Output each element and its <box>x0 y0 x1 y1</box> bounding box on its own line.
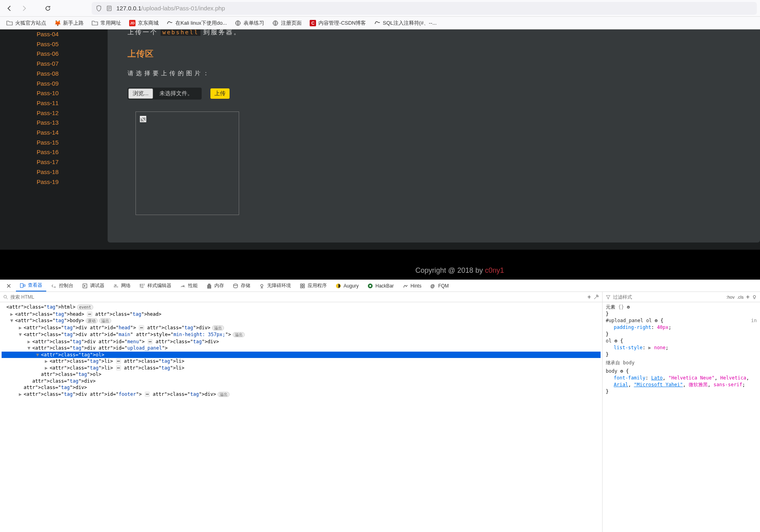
upload-heading: 上传区 <box>128 48 760 59</box>
sidebar-pass-link[interactable]: Pass-08 <box>37 69 61 79</box>
sidebar-pass-link[interactable]: Pass-14 <box>37 128 61 138</box>
sidebar-pass-link[interactable]: Pass-04 <box>37 29 61 39</box>
devtools-inspector-panel: + <attr">class="tag">html>event ▶<attr">… <box>0 292 603 532</box>
devtools-tab-存储[interactable]: 存储 <box>229 280 254 291</box>
html-tree-node[interactable]: attr">class="tag">ol> <box>2 371 601 378</box>
sidebar-pass-link[interactable]: Pass-09 <box>37 79 61 89</box>
devtools-tab-内存[interactable]: 内存 <box>202 280 228 291</box>
tab-icon <box>259 283 265 289</box>
sidebar-pass-link[interactable]: Pass-05 <box>37 39 61 49</box>
html-tree-node[interactable]: ▶<attr">class="tag">div attr">id="head">… <box>2 325 601 332</box>
svg-point-12 <box>234 284 238 286</box>
nav-forward-button[interactable] <box>18 2 30 15</box>
bookmark-item[interactable]: 🦊新手上路 <box>51 18 87 28</box>
tab-icon: {} <box>139 283 145 289</box>
devtools-tabs: 查看器控制台调试器网络{}样式编辑器性能内存存储无障碍环境应用程序AuguryH… <box>0 280 760 292</box>
html-tree-node[interactable]: ▶<attr">class="tag">div attr">id="footer… <box>2 391 601 398</box>
devtools-styles-panel: :hov .cls + 元素 {} ⚙ } #upload_panel ol ⚙… <box>603 292 760 532</box>
devtools-tab-控制台[interactable]: 控制台 <box>47 280 77 291</box>
svg-rect-3 <box>20 284 23 288</box>
tab-icon <box>403 283 408 289</box>
devtools-tab-Augury[interactable]: Augury <box>332 280 363 291</box>
bookmark-item[interactable]: 注册页面 <box>269 18 305 28</box>
file-input[interactable]: 浏览... 未选择文件。 <box>128 88 202 100</box>
bookmark-item[interactable]: 在Kali linux下使用do... <box>163 18 230 28</box>
html-tree-node[interactable]: <attr">class="tag">html>event <box>2 304 601 311</box>
add-icon[interactable]: + <box>587 293 591 301</box>
html-tree-node[interactable]: ▼<attr">class="tag">div attr">id="upload… <box>2 345 601 352</box>
devtools-tab-应用程序[interactable]: 应用程序 <box>296 280 331 291</box>
sidebar-pass-link[interactable]: Pass-07 <box>37 59 61 69</box>
filter-icon <box>606 295 611 299</box>
kali-icon <box>374 20 381 26</box>
tab-icon <box>51 283 57 289</box>
upload-button[interactable]: 上传 <box>210 88 230 99</box>
html-tree-node[interactable]: attr">class="tag">div> <box>2 384 601 391</box>
sidebar-pass-link[interactable]: Pass-15 <box>37 138 61 148</box>
globe-icon <box>272 20 279 26</box>
html-tree-node[interactable]: ▼<attr">class="tag">div attr">id="main" … <box>2 331 601 338</box>
sidebar-pass-link[interactable]: Pass-06 <box>37 49 61 59</box>
sidebar-pass-link[interactable]: Pass-11 <box>37 98 61 108</box>
sidebar-pass-link[interactable]: Pass-12 <box>37 108 61 118</box>
devtools-tab-FQM[interactable]: @FQM <box>426 280 453 291</box>
upload-prompt: 请选择要上传的图片： <box>128 70 760 77</box>
bookmark-item[interactable]: SQL注入注释符(#、--... <box>371 18 440 28</box>
html-tree-node[interactable]: ▼<attr">class="tag">ol> <box>2 352 601 358</box>
sidebar-pass-link[interactable]: Pass-19 <box>37 177 61 187</box>
svg-rect-17 <box>303 286 304 288</box>
svg-text:{: { <box>140 283 141 286</box>
devtools-tab-网络[interactable]: 网络 <box>109 280 135 291</box>
devtools-tab-调试器[interactable]: 调试器 <box>78 280 108 291</box>
devtools-tab-样式编辑器[interactable]: {}样式编辑器 <box>136 280 175 291</box>
html-tree[interactable]: <attr">class="tag">html>event ▶<attr">cl… <box>0 302 602 532</box>
styles-filter-input[interactable] <box>613 294 724 300</box>
bookmark-item[interactable]: JD京东商城 <box>126 18 162 28</box>
browse-button[interactable]: 浏览... <box>128 88 153 99</box>
broken-image-icon <box>140 116 146 122</box>
sidebar-pass-link[interactable]: Pass-13 <box>37 118 61 128</box>
main-panel: 上传一个 webshell 到服务器。 上传区 请选择要上传的图片： 浏览...… <box>108 29 760 243</box>
nav-reload-button[interactable] <box>41 2 54 15</box>
devtools-tab-无障碍环境[interactable]: 无障碍环境 <box>255 280 295 291</box>
bookmark-item[interactable]: 火狐官方站点 <box>3 18 49 28</box>
svg-point-13 <box>261 284 263 287</box>
svg-rect-15 <box>303 284 304 286</box>
hov-toggle[interactable]: :hov <box>726 295 734 299</box>
devtools-tab-性能[interactable]: 性能 <box>176 280 202 291</box>
devtools-tab-Hints[interactable]: Hints <box>399 280 425 291</box>
eyedropper-icon[interactable] <box>593 294 599 300</box>
devtools-tab-HackBar[interactable]: HackBar <box>363 280 398 291</box>
sidebar-pass-link[interactable]: Pass-17 <box>37 157 61 167</box>
devtools-tab-查看器[interactable]: 查看器 <box>16 280 46 291</box>
add-rule-icon[interactable]: + <box>746 293 750 301</box>
svg-rect-8 <box>208 284 210 285</box>
html-tree-node[interactable]: ▶<attr">class="tag">div attr">id="menu">… <box>2 338 601 345</box>
styles-rules[interactable]: 元素 {} ⚙ } #upload_panel ol ⚙ {in padding… <box>603 302 760 532</box>
bookmark-item[interactable]: 常用网址 <box>88 18 124 28</box>
nav-back-button[interactable] <box>3 2 16 15</box>
page-content: Pass-04Pass-05Pass-06Pass-07Pass-08Pass-… <box>0 29 760 250</box>
sidebar-pass-link[interactable]: Pass-10 <box>37 88 61 98</box>
bookmark-item[interactable]: C内容管理-CSDN博客 <box>306 18 369 28</box>
html-tree-node[interactable]: ▶<attr">class="tag">li> ⋯ attr">class="t… <box>2 358 601 365</box>
svg-rect-9 <box>208 285 211 286</box>
page-footer: Copyright @ 2018 by c0ny1 <box>0 250 760 280</box>
html-tree-node[interactable]: attr">class="tag">div> <box>2 378 601 385</box>
cls-toggle[interactable]: .cls <box>737 295 744 299</box>
author-link[interactable]: c0ny1 <box>485 266 504 275</box>
url-bar[interactable]: 127.0.0.1/upload-labs/Pass-01/index.php <box>92 2 757 15</box>
sidebar-pass-link[interactable]: Pass-18 <box>37 167 61 177</box>
html-tree-node[interactable]: ▼<attr">class="tag">body>滚动溢出 <box>2 317 601 325</box>
task-description: 上传一个 webshell 到服务器。 <box>128 29 760 37</box>
sidebar-pass-link[interactable]: Pass-16 <box>37 147 61 157</box>
jd-icon: JD <box>129 20 136 26</box>
bookmark-item[interactable]: 表单练习 <box>232 18 267 28</box>
devtools-close-icon[interactable] <box>2 282 15 290</box>
svg-rect-20 <box>369 285 371 287</box>
html-tree-node[interactable]: ▶<attr">class="tag">li> ⋯ attr">class="t… <box>2 365 601 372</box>
html-tree-node[interactable]: ▶<attr">class="tag">head> ⋯ attr">class=… <box>2 311 601 318</box>
browser-nav-bar: 127.0.0.1/upload-labs/Pass-01/index.php <box>0 0 760 17</box>
html-search-input[interactable] <box>10 294 585 300</box>
light-icon[interactable] <box>752 295 757 299</box>
